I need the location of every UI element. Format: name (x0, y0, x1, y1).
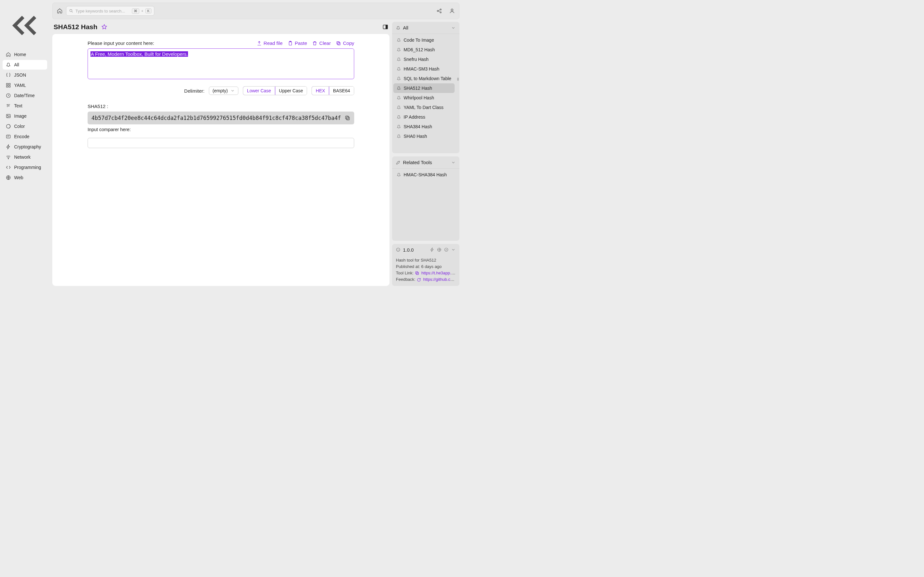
share-button[interactable] (436, 8, 443, 14)
tool-item-sha0[interactable]: SHA0 Hash (393, 131, 455, 141)
compare-input[interactable] (87, 138, 354, 148)
bell-icon (397, 115, 401, 119)
action-label: Copy (343, 40, 354, 46)
info-header[interactable]: 1.0.0 (392, 244, 459, 256)
nav-datetime[interactable]: Date/Time (3, 91, 47, 100)
tool-item-sha512[interactable]: SHA512 Hash (393, 83, 455, 93)
chevron-down-icon (451, 160, 456, 165)
nav-text[interactable]: Text (3, 101, 47, 111)
lightning-icon (6, 144, 11, 149)
svg-rect-0 (6, 83, 8, 85)
nav-encode[interactable]: Encode (3, 132, 47, 141)
bell-icon (397, 57, 401, 61)
lower-case-button[interactable]: Lower Case (243, 86, 275, 95)
panel-header-related[interactable]: Related Tools (392, 156, 459, 169)
nav-label: Network (14, 155, 31, 160)
hex-button[interactable]: HEX (312, 86, 329, 95)
input-actions: Read file Paste Clear Copy (257, 40, 354, 46)
nav-all[interactable]: All (3, 60, 47, 69)
upload-icon (257, 41, 262, 46)
home-button[interactable] (57, 8, 63, 14)
item-label: SHA512 Hash (404, 85, 432, 91)
account-button[interactable] (449, 8, 455, 14)
tool-item-code-to-image[interactable]: Code To Image (393, 35, 455, 45)
bell-icon (396, 26, 401, 30)
nav-network[interactable]: Network (3, 152, 47, 162)
search-box[interactable]: ⌘ + K (66, 6, 154, 16)
input-label: Please input your content here: (87, 40, 154, 46)
related-list: HMAC-SHA384 Hash (392, 169, 459, 181)
nav-home[interactable]: Home (3, 50, 47, 59)
share-icon (436, 8, 442, 14)
base64-button[interactable]: BASE64 (329, 87, 354, 95)
nav-web[interactable]: Web (3, 173, 47, 182)
page-title: SHA512 Hash (53, 23, 97, 31)
info-body: Hash tool for SHA512 Published at: 6 day… (392, 256, 459, 286)
tool-item-snefru[interactable]: Snefru Hash (393, 55, 455, 64)
message-icon[interactable] (417, 277, 421, 282)
nav-cryptography[interactable]: Cryptography (3, 142, 47, 152)
bell-icon (397, 124, 401, 129)
all-tools-list[interactable]: Code To Image MD6_512 Hash Snefru Hash H… (392, 34, 456, 153)
nav-label: Home (14, 52, 26, 57)
nav-color[interactable]: Color (3, 121, 47, 131)
kbd-mod: ⌘ (132, 8, 139, 14)
item-label: Whirlpool Hash (404, 95, 434, 100)
bell-icon (397, 38, 401, 42)
tool-item-hmac-sha384[interactable]: HMAC-SHA384 Hash (393, 170, 458, 179)
read-file-button[interactable]: Read file (257, 40, 283, 46)
svg-point-9 (8, 159, 8, 159)
nav-json[interactable]: JSON (3, 70, 47, 80)
sidebar-collapse-button[interactable] (3, 3, 47, 48)
wifi-icon (6, 155, 11, 160)
encoding-segment: HEX BASE64 (312, 86, 354, 95)
info-feedback: Feedback: https://github.com/… (396, 277, 456, 282)
svg-rect-8 (6, 135, 10, 138)
tool-item-ip[interactable]: IP Address (393, 112, 455, 122)
star-icon (102, 24, 107, 30)
tool-link[interactable]: https://t.he3app.co… (421, 271, 456, 276)
delimiter-select[interactable]: (empty) (209, 87, 238, 95)
favorite-button[interactable] (102, 24, 107, 30)
bell-icon (397, 105, 401, 110)
panel-title: Related Tools (403, 160, 432, 165)
nav-image[interactable]: Image (3, 111, 47, 121)
tool-item-hmac-sm3[interactable]: HMAC-SM3 Hash (393, 64, 455, 74)
upper-case-button[interactable]: Upper Case (275, 87, 307, 95)
nav-label: Encode (14, 134, 29, 139)
tool-item-sha384[interactable]: SHA384 Hash (393, 122, 455, 131)
bell-icon (397, 134, 401, 139)
selected-text: A Free, Modern Toolbox, Built for Develo… (90, 51, 188, 57)
result-value: 4b57d7cb4f20ee8c44c64dcda2fa12b1d7659927… (91, 115, 341, 121)
nav-yaml[interactable]: YAML (3, 81, 47, 90)
panel-toggle-button[interactable] (383, 24, 388, 30)
copy-result-button[interactable] (344, 115, 351, 121)
copy-icon[interactable] (415, 271, 419, 276)
tool-item-yaml-dart[interactable]: YAML To Dart Class (393, 103, 455, 112)
compare-label: Input comparer here: (87, 127, 354, 132)
right-panel: All Code To Image MD6_512 Hash Snefru Ha… (392, 22, 459, 286)
item-label: SHA384 Hash (404, 124, 432, 129)
paste-button[interactable]: Paste (288, 40, 307, 46)
encode-icon (6, 134, 11, 139)
tool-item-sql-md[interactable]: SQL to Markdown Table (393, 74, 455, 83)
panel-header-all[interactable]: All (392, 22, 459, 34)
svg-rect-22 (347, 117, 349, 120)
check-circle-icon (444, 247, 449, 252)
chevron-down-icon (230, 89, 235, 93)
svg-point-6 (7, 115, 8, 116)
svg-rect-21 (337, 41, 339, 44)
clear-button[interactable]: Clear (312, 40, 331, 46)
feedback-link[interactable]: https://github.com/… (423, 277, 456, 282)
item-label: MD6_512 Hash (404, 47, 435, 52)
tool-item-whirlpool[interactable]: Whirlpool Hash (393, 93, 455, 103)
search-input[interactable] (75, 9, 130, 13)
item-label: Code To Image (404, 37, 434, 43)
copy-button[interactable]: Copy (336, 40, 354, 46)
content-input[interactable]: A Free, Modern Toolbox, Built for Develo… (87, 48, 354, 79)
scrollbar-thumb[interactable] (457, 77, 459, 81)
tool-item-md6-512[interactable]: MD6_512 Hash (393, 45, 455, 55)
result-label: SHA512 : (87, 103, 354, 109)
nav-programming[interactable]: Programming (3, 163, 47, 172)
panel-right-icon (383, 24, 388, 30)
